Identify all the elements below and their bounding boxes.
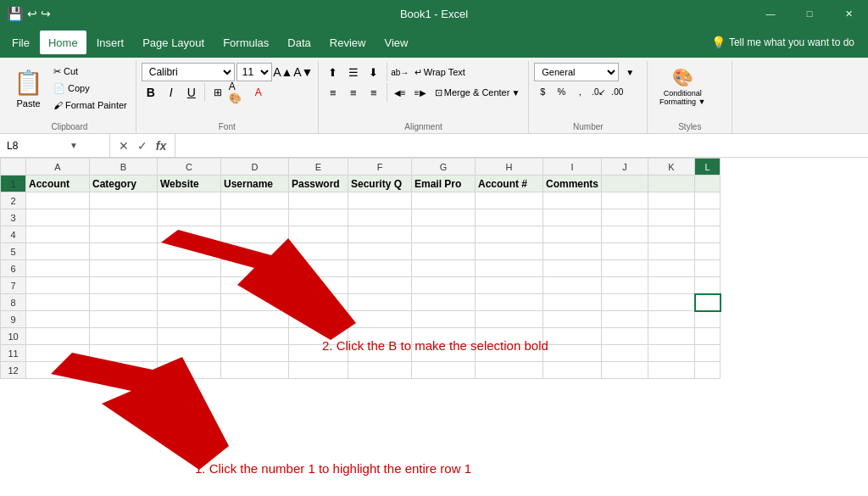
wrap-text-button[interactable]: ↵ Wrap Text: [411, 63, 469, 81]
cell[interactable]: [476, 226, 543, 243]
cell[interactable]: [695, 328, 721, 345]
cell[interactable]: [695, 260, 721, 277]
col-header-d[interactable]: D: [221, 159, 289, 176]
cell[interactable]: [648, 345, 695, 362]
orientation-button[interactable]: ab→: [391, 63, 409, 81]
font-name-select[interactable]: Calibri: [142, 63, 235, 81]
cell[interactable]: [543, 277, 602, 294]
cell[interactable]: [289, 260, 348, 277]
save-icon[interactable]: 💾: [7, 6, 24, 22]
cell[interactable]: [412, 260, 476, 277]
increase-decimal-button[interactable]: .00: [609, 83, 626, 100]
menu-insert[interactable]: Insert: [88, 31, 133, 54]
borders-button[interactable]: ⊞: [209, 83, 227, 102]
row-header-1[interactable]: 1: [1, 176, 26, 192]
col-header-f[interactable]: F: [348, 159, 412, 176]
cell[interactable]: [158, 328, 221, 345]
cell[interactable]: [158, 362, 221, 379]
col-header-i[interactable]: I: [543, 159, 602, 176]
cell[interactable]: [412, 192, 476, 209]
cell[interactable]: [695, 294, 721, 311]
cell[interactable]: [348, 209, 412, 226]
cell[interactable]: [26, 192, 90, 209]
cell[interactable]: [90, 311, 158, 328]
cell[interactable]: [602, 260, 648, 277]
formula-confirm-icon[interactable]: ✓: [134, 139, 151, 153]
cell[interactable]: [26, 277, 90, 294]
cell[interactable]: [289, 226, 348, 243]
cell[interactable]: [476, 362, 543, 379]
conditional-formatting-button[interactable]: 🎨 ConditionalFormatting ▼: [653, 63, 712, 109]
cell[interactable]: [543, 311, 602, 328]
row-header-9[interactable]: 9: [1, 311, 26, 328]
cell[interactable]: [543, 328, 602, 345]
menu-view[interactable]: View: [376, 31, 416, 54]
row-header-5[interactable]: 5: [1, 243, 26, 260]
cell[interactable]: [158, 209, 221, 226]
cell[interactable]: [648, 362, 695, 379]
cell[interactable]: [476, 277, 543, 294]
cell[interactable]: [648, 243, 695, 260]
align-center-button[interactable]: ≡: [344, 83, 363, 102]
cell[interactable]: [602, 226, 648, 243]
cell[interactable]: [695, 209, 721, 226]
cell[interactable]: [543, 226, 602, 243]
cell[interactable]: [695, 362, 721, 379]
decrease-decimal-button[interactable]: .0↙: [590, 83, 607, 100]
col-header-l[interactable]: L: [695, 159, 721, 176]
cell[interactable]: [348, 345, 412, 362]
fill-color-button[interactable]: A🎨: [229, 83, 248, 102]
cell[interactable]: [221, 362, 289, 379]
cell[interactable]: [26, 260, 90, 277]
cell[interactable]: [602, 176, 648, 192]
row-header-3[interactable]: 3: [1, 209, 26, 226]
align-right-button[interactable]: ≡: [364, 83, 383, 102]
row-header-8[interactable]: 8: [1, 294, 26, 311]
cell[interactable]: [289, 277, 348, 294]
cell[interactable]: [648, 294, 695, 311]
close-button[interactable]: ✕: [829, 0, 868, 27]
col-header-k[interactable]: K: [648, 159, 695, 176]
cell[interactable]: [348, 328, 412, 345]
cell[interactable]: [158, 311, 221, 328]
cell[interactable]: [158, 294, 221, 311]
minimize-button[interactable]: —: [751, 0, 790, 27]
cell[interactable]: [695, 311, 721, 328]
menu-file[interactable]: File: [3, 31, 38, 54]
cell[interactable]: [602, 328, 648, 345]
underline-button[interactable]: U: [182, 83, 201, 102]
cell[interactable]: [289, 311, 348, 328]
cell[interactable]: [90, 328, 158, 345]
redo-icon[interactable]: ↪: [41, 7, 51, 20]
row-header-12[interactable]: 12: [1, 362, 26, 379]
col-header-h[interactable]: H: [476, 159, 543, 176]
menu-data[interactable]: Data: [279, 31, 319, 54]
italic-button[interactable]: I: [162, 83, 181, 102]
increase-font-button[interactable]: A▲: [274, 63, 292, 81]
cell[interactable]: [543, 294, 602, 311]
cell[interactable]: [90, 277, 158, 294]
cell[interactable]: [695, 345, 721, 362]
cell[interactable]: [602, 243, 648, 260]
align-top-button[interactable]: ⬆: [324, 63, 342, 81]
cell[interactable]: [90, 209, 158, 226]
cell[interactable]: [695, 277, 721, 294]
cell[interactable]: Security Q: [348, 176, 412, 192]
merge-dropdown-icon[interactable]: ▼: [511, 88, 520, 98]
maximize-button[interactable]: □: [790, 0, 829, 27]
cell[interactable]: [412, 209, 476, 226]
cell[interactable]: [221, 209, 289, 226]
align-bottom-button[interactable]: ⬇: [364, 63, 383, 81]
decrease-font-button[interactable]: A▼: [294, 63, 313, 81]
row-header-7[interactable]: 7: [1, 277, 26, 294]
merge-center-button[interactable]: ⊡ Merge & Center ▼: [431, 83, 524, 102]
cell[interactable]: [221, 294, 289, 311]
cell[interactable]: [695, 176, 721, 192]
cell[interactable]: [695, 243, 721, 260]
menu-page-layout[interactable]: Page Layout: [134, 31, 213, 54]
col-header-a[interactable]: A: [26, 159, 90, 176]
col-header-g[interactable]: G: [412, 159, 476, 176]
menu-home[interactable]: Home: [40, 31, 86, 54]
col-header-c[interactable]: C: [158, 159, 221, 176]
cell[interactable]: [348, 311, 412, 328]
